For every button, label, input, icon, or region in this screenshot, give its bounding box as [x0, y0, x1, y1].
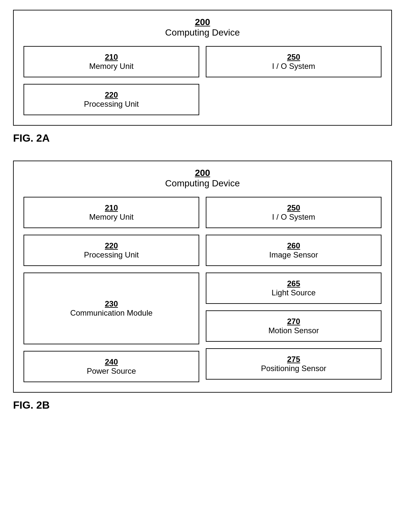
fig2a-left-col: 210 Memory Unit 220 Processing Unit [24, 46, 199, 115]
block-270-b: 270 Motion Sensor [206, 310, 381, 342]
block-260-b-label: Image Sensor [210, 250, 378, 259]
fig2b-title: 200 Computing Device [24, 168, 381, 189]
block-240-b-label: Power Source [27, 367, 195, 376]
block-210-a-label: Memory Unit [27, 62, 195, 71]
block-220-b: 220 Processing Unit [24, 235, 199, 266]
block-210-b-ref: 210 [27, 203, 195, 212]
fig2b-container: 200 Computing Device 210 Memory Unit 220… [13, 161, 392, 393]
fig2b-right-col: 250 I / O System 260 Image Sensor 265 Li… [206, 197, 381, 382]
fig2a-right-col: 250 I / O System [206, 46, 381, 115]
block-270-b-label: Motion Sensor [210, 326, 378, 335]
block-270-b-ref: 270 [210, 317, 378, 326]
fig2a-blocks-layout: 210 Memory Unit 220 Processing Unit 250 … [24, 46, 381, 115]
block-265-b-label: Light Source [210, 288, 378, 297]
block-250-b-label: I / O System [210, 212, 378, 222]
fig2b-blocks-layout: 210 Memory Unit 220 Processing Unit 230 … [24, 197, 381, 382]
block-230-b-ref: 230 [105, 299, 118, 308]
block-250-b-ref: 250 [210, 203, 378, 212]
block-250-b: 250 I / O System [206, 197, 381, 228]
block-220-a-label: Processing Unit [27, 100, 195, 109]
block-210-b: 210 Memory Unit [24, 197, 199, 228]
fig2a-title-text: Computing Device [24, 27, 381, 38]
block-275-b-ref: 275 [210, 355, 378, 364]
block-220-a-ref: 220 [27, 90, 195, 100]
block-250-a-label: I / O System [210, 62, 378, 71]
fig2a-container: 200 Computing Device 210 Memory Unit 220… [13, 10, 392, 126]
block-265-b-ref: 265 [210, 279, 378, 288]
block-210-a-ref: 210 [27, 53, 195, 62]
fig2a-ref: 200 [24, 17, 381, 27]
block-260-b: 260 Image Sensor [206, 235, 381, 266]
fig2b-left-col: 210 Memory Unit 220 Processing Unit 230 … [24, 197, 199, 382]
block-265-b: 265 Light Source [206, 273, 381, 304]
block-220-b-ref: 220 [27, 241, 195, 250]
block-250-a: 250 I / O System [206, 46, 381, 77]
block-230-b-label: Communication Module [70, 308, 153, 318]
fig2b-ref: 200 [24, 168, 381, 178]
block-220-b-label: Processing Unit [27, 250, 195, 259]
fig2b-label: FIG. 2B [13, 399, 392, 411]
block-240-b: 240 Power Source [24, 351, 199, 382]
block-275-b: 275 Positioning Sensor [206, 348, 381, 380]
block-275-b-label: Positioning Sensor [210, 364, 378, 373]
block-260-b-ref: 260 [210, 241, 378, 250]
block-220-a: 220 Processing Unit [24, 84, 199, 115]
block-240-b-ref: 240 [27, 357, 195, 367]
block-230-b: 230 Communication Module [24, 273, 199, 344]
fig2b-title-text: Computing Device [24, 178, 381, 189]
fig2a-label: FIG. 2A [13, 132, 392, 144]
block-250-a-ref: 250 [210, 53, 378, 62]
fig2a-title: 200 Computing Device [24, 17, 381, 38]
block-210-a: 210 Memory Unit [24, 46, 199, 77]
block-210-b-label: Memory Unit [27, 212, 195, 222]
